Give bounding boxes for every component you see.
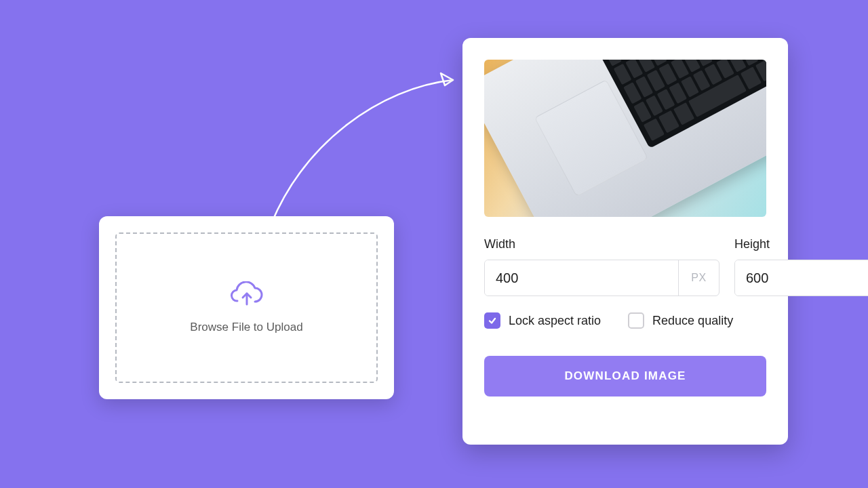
height-field: Height PX bbox=[734, 237, 868, 296]
width-unit: PX bbox=[678, 260, 719, 296]
cloud-upload-icon bbox=[229, 281, 264, 311]
reduce-quality-label: Reduce quality bbox=[652, 314, 733, 328]
upload-prompt: Browse File to Upload bbox=[190, 321, 302, 334]
height-label: Height bbox=[734, 237, 868, 251]
reduce-quality-option[interactable]: Reduce quality bbox=[628, 312, 733, 329]
download-button[interactable]: DOWNLOAD IMAGE bbox=[484, 356, 766, 396]
options-row: Lock aspect ratio Reduce quality bbox=[484, 312, 766, 329]
lock-aspect-label: Lock aspect ratio bbox=[509, 314, 601, 328]
arrow-icon bbox=[264, 61, 475, 230]
upload-card: Browse File to Upload bbox=[99, 216, 394, 399]
upload-dropzone[interactable]: Browse File to Upload bbox=[115, 232, 378, 383]
checkbox-checked-icon bbox=[484, 312, 500, 329]
dimensions-row: Width PX Height PX bbox=[484, 237, 766, 296]
resize-card: Width PX Height PX Lock aspect ratio Red… bbox=[462, 38, 788, 445]
image-preview bbox=[484, 60, 766, 217]
checkbox-unchecked-icon bbox=[628, 312, 644, 329]
width-input[interactable] bbox=[485, 260, 678, 296]
lock-aspect-option[interactable]: Lock aspect ratio bbox=[484, 312, 601, 329]
width-field: Width PX bbox=[484, 237, 719, 296]
width-label: Width bbox=[484, 237, 719, 251]
height-input[interactable] bbox=[735, 260, 868, 296]
